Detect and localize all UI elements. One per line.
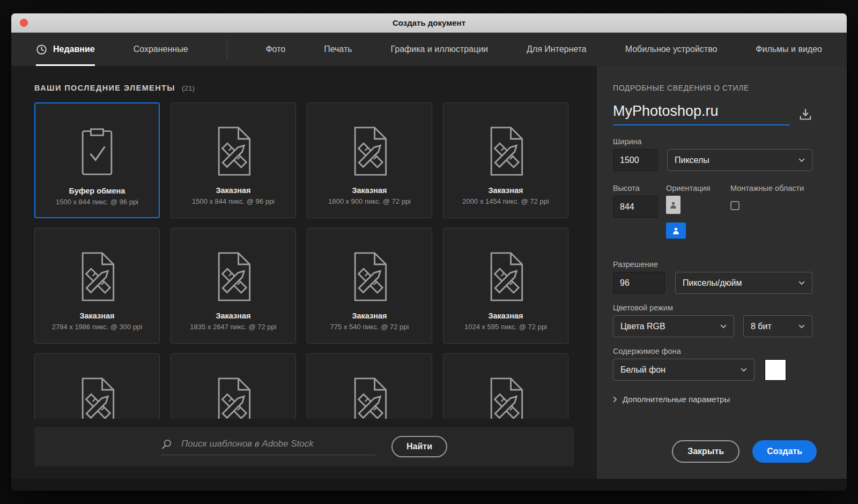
adobe-stock-searchbar: Найти (34, 427, 574, 466)
find-button[interactable]: Найти (391, 436, 447, 457)
traffic-lights (20, 13, 28, 32)
tab-photo[interactable]: Фото (265, 33, 285, 66)
document-name-row (613, 103, 812, 125)
card-subtitle: 1835 x 2647 пикс. @ 72 ppi (190, 323, 276, 331)
width-unit-value: Пикселы (675, 155, 709, 165)
custom-document-icon (209, 375, 258, 419)
orientation-portrait-button[interactable] (666, 196, 681, 214)
template-card[interactable]: Заказная 1835 x 2647 пикс. @ 72 ppi (171, 228, 296, 344)
background-select[interactable]: Белый фон (613, 359, 755, 381)
tab-label: Графика и иллюстрации (391, 45, 489, 54)
tab-label: Для Интернета (527, 45, 587, 54)
create-button[interactable]: Создать (752, 440, 817, 463)
dialog-body: ВАШИ ПОСЛЕДНИЕ ЭЛЕМЕНТЫ (21) Буфер обмен… (11, 66, 847, 479)
background-color-swatch[interactable] (765, 359, 786, 381)
width-unit-select[interactable]: Пикселы (667, 149, 812, 171)
height-cell (613, 196, 666, 239)
card-title: Заказная (488, 186, 523, 195)
height-label: Высота (613, 184, 666, 192)
template-card[interactable]: Заказная 2784 x 1986 пикс. @ 300 ppi (34, 228, 160, 344)
search-input[interactable] (181, 439, 375, 449)
orientation-label: Ориентация (666, 184, 730, 192)
height-orientation-grid: Высота Ориентация Монтажные области (613, 184, 812, 239)
background-label: Содержимое фона (613, 347, 812, 355)
template-card[interactable]: Заказная 775 x 540 пикс. @ 72 ppi (307, 228, 432, 344)
tab-mobile[interactable]: Мобильное устройство (625, 33, 718, 66)
height-input[interactable] (613, 196, 658, 218)
template-card[interactable] (443, 353, 568, 419)
template-card[interactable]: Заказная 1024 x 595 пикс. @ 72 ppi (443, 228, 568, 344)
chevron-down-icon (798, 324, 805, 329)
card-subtitle: 1800 x 900 пикс. @ 72 ppi (328, 197, 411, 205)
preset-details-inner: ПОДРОБНЫЕ СВЕДЕНИЯ О СТИЛЕ Ширина Пиксел… (613, 84, 812, 404)
custom-document-icon (481, 375, 530, 419)
document-name-input[interactable] (613, 103, 790, 125)
template-card[interactable] (34, 353, 160, 419)
search-field[interactable] (161, 438, 375, 455)
tab-saved[interactable]: Сохраненные (134, 33, 188, 66)
custom-document-icon (72, 250, 122, 303)
search-icon (161, 438, 173, 450)
template-card[interactable]: Заказная 2000 x 1454 пикс. @ 72 ppi (443, 102, 568, 218)
tab-label: Мобильное устройство (625, 45, 718, 54)
card-title: Буфер обмена (69, 187, 125, 195)
window-bottom-strip (11, 479, 847, 491)
tab-recent[interactable]: Недавние (36, 33, 95, 66)
card-subtitle: 2000 x 1454 пикс. @ 72 ppi (462, 197, 549, 205)
custom-document-icon (209, 250, 258, 303)
background-row: Белый фон (613, 359, 812, 381)
advanced-options-label: Дополнительные параметры (623, 395, 730, 404)
window-title: Создать документ (393, 18, 465, 27)
bit-depth-value: 8 бит (751, 322, 772, 331)
tab-label: Сохраненные (134, 45, 188, 54)
recent-templates-area: ВАШИ ПОСЛЕДНИЕ ЭЛЕМЕНТЫ (21) Буфер обмен… (11, 66, 597, 479)
artboards-checkbox[interactable] (730, 201, 739, 210)
chevron-down-icon (741, 368, 747, 372)
resolution-input[interactable] (613, 272, 665, 294)
tab-film-video[interactable]: Фильмы и видео (756, 33, 822, 66)
clock-icon (36, 44, 47, 55)
advanced-options-toggle[interactable]: Дополнительные параметры (613, 395, 812, 404)
person-portrait-icon (669, 201, 678, 210)
background-value: Белый фон (620, 365, 665, 375)
tab-art-illustration[interactable]: Графика и иллюстрации (391, 33, 489, 66)
width-row: Пикселы (613, 149, 812, 171)
bit-depth-select[interactable]: 8 бит (743, 315, 812, 337)
template-card-clipboard[interactable]: Буфер обмена 1500 x 844 пикс. @ 96 ppi (34, 102, 160, 218)
custom-document-icon (481, 124, 530, 178)
color-mode-value: Цвета RGB (620, 322, 665, 331)
chevron-down-icon (798, 281, 805, 285)
recent-heading-row: ВАШИ ПОСЛЕДНИЕ ЭЛЕМЕНТЫ (21) (34, 84, 574, 92)
width-label: Ширина (613, 137, 812, 146)
color-mode-select[interactable]: Цвета RGB (613, 315, 734, 337)
tab-label: Печать (324, 45, 352, 54)
dialog-action-buttons: Закрыть Создать (672, 440, 817, 463)
orientation-cell (666, 196, 730, 239)
card-title: Заказная (488, 312, 523, 320)
tab-web[interactable]: Для Интернета (527, 33, 587, 66)
template-grid: Буфер обмена 1500 x 844 пикс. @ 96 ppi З… (34, 102, 574, 419)
width-input[interactable] (613, 149, 658, 171)
panel-heading: ПОДРОБНЫЕ СВЕДЕНИЯ О СТИЛЕ (613, 84, 812, 92)
preset-details-panel: ПОДРОБНЫЕ СВЕДЕНИЯ О СТИЛЕ Ширина Пиксел… (597, 66, 847, 479)
resolution-unit-select[interactable]: Пикселы/дюйм (675, 272, 812, 294)
card-subtitle: 1500 x 844 пикс. @ 96 ppi (56, 198, 138, 206)
new-document-dialog: Создать документ Недавние Сохраненные Фо… (11, 13, 847, 491)
template-card[interactable]: Заказная 1800 x 900 пикс. @ 72 ppi (307, 102, 432, 218)
template-card[interactable]: Заказная 1500 x 844 пикс. @ 96 ppi (171, 102, 296, 218)
template-card[interactable] (307, 353, 432, 419)
orientation-landscape-button-selected[interactable] (666, 223, 686, 239)
custom-document-icon (209, 124, 258, 178)
card-subtitle: 1024 x 595 пикс. @ 72 ppi (464, 323, 547, 331)
card-subtitle: 1500 x 844 пикс. @ 96 ppi (192, 197, 275, 205)
close-window-button[interactable] (20, 19, 28, 27)
close-button[interactable]: Закрыть (672, 440, 739, 463)
card-subtitle: 775 x 540 пикс. @ 72 ppi (330, 323, 409, 331)
custom-document-icon (345, 250, 394, 303)
recent-count: (21) (182, 84, 195, 92)
color-mode-label: Цветовой режим (613, 303, 812, 312)
template-card[interactable] (171, 353, 296, 419)
save-preset-icon[interactable] (798, 107, 812, 121)
artboards-cell (730, 196, 812, 239)
tab-print[interactable]: Печать (324, 33, 352, 66)
